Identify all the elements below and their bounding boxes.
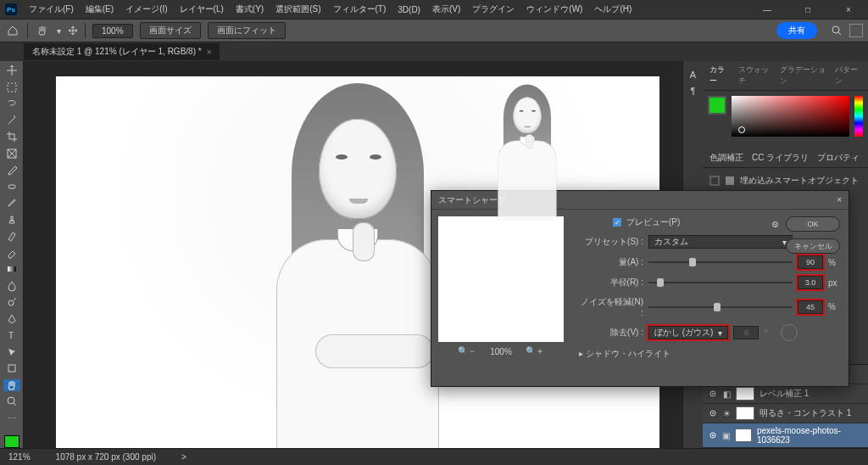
share-button[interactable]: 共有	[776, 22, 817, 39]
menu-3d[interactable]: 3D(D)	[398, 5, 420, 14]
status-arrow-icon[interactable]: >	[181, 452, 186, 462]
layer-name[interactable]: 明るさ・コントラスト 1	[760, 407, 851, 419]
menu-edit[interactable]: 編集(E)	[86, 3, 114, 15]
shadow-highlight-accordion[interactable]: ▸ シャドウ・ハイライト	[579, 348, 840, 360]
radius-slider[interactable]	[648, 277, 793, 288]
eraser-tool-icon[interactable]	[3, 247, 20, 260]
svg-rect-7	[8, 365, 15, 372]
menu-plugin[interactable]: プラグイン	[472, 3, 515, 15]
layer-thumb[interactable]	[735, 429, 752, 442]
dialog-preview-image[interactable]	[438, 216, 564, 342]
preview-checkbox[interactable]: ✓	[613, 218, 621, 227]
character-panel-icon[interactable]: A	[690, 70, 696, 80]
history-brush-icon[interactable]	[3, 230, 20, 243]
menu-help[interactable]: ヘルプ(H)	[594, 3, 632, 15]
menu-type[interactable]: 書式(Y)	[236, 3, 264, 15]
fit-screen-button[interactable]: 画面にフィット	[208, 22, 286, 39]
menu-image[interactable]: イメージ(I)	[125, 3, 167, 15]
hand-chevron-icon[interactable]: ▾	[57, 26, 61, 36]
document-tab[interactable]: 名称未設定 1 @ 121% (レイヤー 1, RGB/8) * ×	[24, 43, 220, 60]
blur-tool-icon[interactable]	[3, 280, 20, 293]
gradient-tool-icon[interactable]	[3, 263, 20, 276]
visibility-icon[interactable]	[708, 389, 718, 399]
lasso-tool-icon[interactable]	[3, 98, 20, 110]
search-icon[interactable]	[831, 25, 843, 36]
paragraph-panel-icon[interactable]: ¶	[691, 87, 695, 96]
window-minimize[interactable]: —	[753, 0, 782, 19]
scroll-all-icon[interactable]	[68, 25, 78, 36]
menu-window[interactable]: ウィンドウ(W)	[526, 3, 582, 15]
path-select-icon[interactable]	[3, 346, 20, 359]
layer-mask-thumb[interactable]	[736, 387, 754, 401]
visibility-icon[interactable]	[708, 408, 718, 418]
canvas-size-button[interactable]: 画面サイズ	[140, 22, 201, 39]
tab-adjustments[interactable]: 色調補正	[709, 152, 743, 164]
layer-mask-thumb[interactable]	[736, 406, 754, 420]
cancel-button[interactable]: キャンセル	[786, 238, 840, 254]
crop-tool-icon[interactable]	[3, 131, 20, 143]
tab-patterns[interactable]: パターン	[835, 64, 861, 87]
svg-point-14	[712, 393, 714, 395]
zoom-out-icon[interactable]: 🔍－	[458, 345, 476, 357]
window-maximize[interactable]: □	[793, 0, 822, 19]
edit-toolbar-icon[interactable]: ⋯	[3, 412, 20, 425]
layer-row[interactable]: ☀ 明るさ・コントラスト 1	[703, 404, 868, 423]
status-zoom[interactable]: 121%	[8, 452, 31, 462]
ok-button[interactable]: OK	[786, 216, 840, 232]
angle-dial	[781, 324, 798, 341]
remove-dropdown[interactable]: ぼかし (ガウス) ▾	[648, 326, 728, 339]
preview-zoom-value[interactable]: 100%	[490, 347, 512, 356]
noise-slider[interactable]	[648, 302, 793, 312]
layer-name[interactable]: レベル補正 1	[760, 388, 809, 400]
hue-bar[interactable]	[854, 96, 863, 137]
status-dims[interactable]: 1078 px x 720 px (300 ppi)	[56, 452, 156, 462]
color-spectrum[interactable]	[732, 96, 849, 137]
foreground-swatch[interactable]	[4, 435, 19, 448]
window-close[interactable]: ×	[834, 0, 863, 19]
tab-libraries[interactable]: CC ライブラリ	[752, 152, 809, 164]
zoom-field[interactable]: 100%	[92, 24, 133, 38]
marquee-tool-icon[interactable]	[3, 81, 20, 94]
options-bar: ▾ 100% 画面サイズ 画面にフィット 共有	[0, 19, 868, 42]
dialog-close-icon[interactable]: ×	[837, 195, 842, 204]
heal-tool-icon[interactable]	[3, 181, 20, 193]
eyedropper-tool-icon[interactable]	[3, 164, 20, 176]
layer-row[interactable]: ▣ pexels-moose-photos-1036623	[703, 423, 868, 448]
tab-close-icon[interactable]: ×	[207, 48, 212, 57]
zoom-in-icon[interactable]: 🔍＋	[526, 345, 544, 357]
home-icon[interactable]	[5, 23, 20, 38]
brush-tool-icon[interactable]	[3, 197, 20, 210]
menu-file[interactable]: ファイル(F)	[29, 3, 74, 15]
menu-layer[interactable]: レイヤー(L)	[180, 3, 224, 15]
color-fg-swatch[interactable]	[708, 96, 726, 115]
tab-swatches[interactable]: スウォッチ	[738, 64, 771, 87]
menu-filter[interactable]: フィルター(T)	[333, 3, 387, 15]
gear-icon[interactable]: ⚙	[771, 220, 779, 229]
amount-field[interactable]: 90	[798, 255, 823, 269]
zoom-tool-icon[interactable]	[3, 395, 20, 408]
adjustment-icon: ☀	[723, 409, 731, 418]
dodge-tool-icon[interactable]	[3, 296, 20, 309]
tab-color[interactable]: カラー	[709, 64, 730, 87]
radius-field[interactable]: 3.0	[798, 276, 823, 289]
menu-view[interactable]: 表示(V)	[432, 3, 460, 15]
pen-tool-icon[interactable]	[3, 313, 20, 326]
noise-field[interactable]: 45	[798, 300, 823, 314]
type-tool-icon[interactable]: T	[3, 329, 20, 342]
layer-name[interactable]: pexels-moose-photos-1036623	[757, 426, 863, 445]
tab-properties[interactable]: プロパティ	[817, 152, 860, 164]
stamp-tool-icon[interactable]	[3, 214, 20, 227]
wand-tool-icon[interactable]	[3, 115, 20, 127]
frame-tool-icon[interactable]	[3, 148, 20, 160]
tab-gradients[interactable]: グラデーション	[780, 64, 826, 87]
workspace-switcher[interactable]	[849, 24, 863, 37]
layer-row[interactable]: ◧ レベル補正 1	[703, 384, 868, 404]
amount-slider[interactable]	[648, 257, 793, 267]
shape-tool-icon[interactable]	[3, 362, 20, 375]
menu-select[interactable]: 選択範囲(S)	[275, 3, 320, 15]
hand-tool-icon[interactable]	[35, 23, 50, 38]
hand-tool-icon-selected[interactable]	[3, 379, 20, 392]
visibility-icon[interactable]	[708, 430, 717, 440]
move-tool-icon[interactable]	[3, 64, 20, 77]
color-panel	[703, 91, 868, 145]
